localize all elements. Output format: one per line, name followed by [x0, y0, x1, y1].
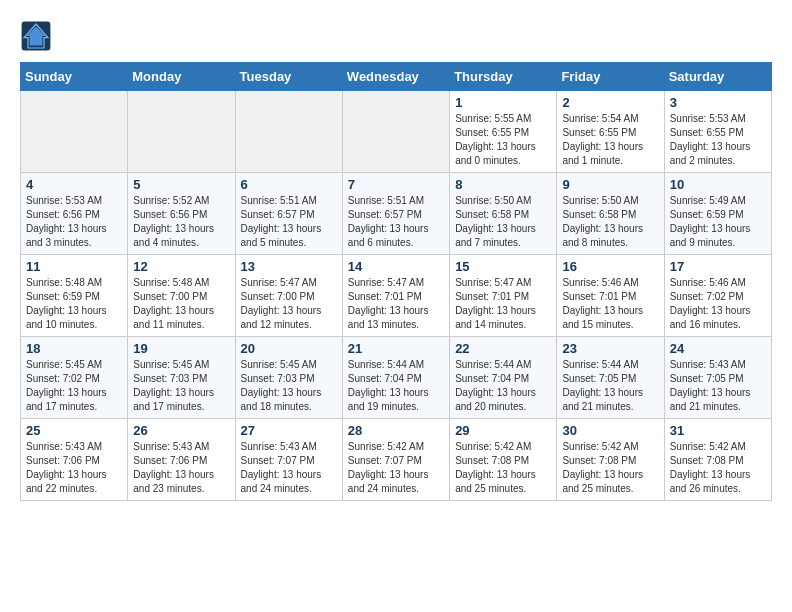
day-number: 21 — [348, 341, 444, 356]
day-info: Sunrise: 5:45 AM Sunset: 7:03 PM Dayligh… — [241, 358, 337, 414]
calendar-cell: 3Sunrise: 5:53 AM Sunset: 6:55 PM Daylig… — [664, 91, 771, 173]
calendar-cell: 22Sunrise: 5:44 AM Sunset: 7:04 PM Dayli… — [450, 337, 557, 419]
calendar-cell: 19Sunrise: 5:45 AM Sunset: 7:03 PM Dayli… — [128, 337, 235, 419]
day-info: Sunrise: 5:44 AM Sunset: 7:04 PM Dayligh… — [348, 358, 444, 414]
day-number: 15 — [455, 259, 551, 274]
day-info: Sunrise: 5:48 AM Sunset: 7:00 PM Dayligh… — [133, 276, 229, 332]
day-number: 6 — [241, 177, 337, 192]
day-number: 4 — [26, 177, 122, 192]
day-info: Sunrise: 5:46 AM Sunset: 7:02 PM Dayligh… — [670, 276, 766, 332]
calendar-cell: 27Sunrise: 5:43 AM Sunset: 7:07 PM Dayli… — [235, 419, 342, 501]
calendar-week-5: 25Sunrise: 5:43 AM Sunset: 7:06 PM Dayli… — [21, 419, 772, 501]
calendar-cell: 25Sunrise: 5:43 AM Sunset: 7:06 PM Dayli… — [21, 419, 128, 501]
calendar-cell: 15Sunrise: 5:47 AM Sunset: 7:01 PM Dayli… — [450, 255, 557, 337]
weekday-row: SundayMondayTuesdayWednesdayThursdayFrid… — [21, 63, 772, 91]
calendar-cell: 2Sunrise: 5:54 AM Sunset: 6:55 PM Daylig… — [557, 91, 664, 173]
day-number: 30 — [562, 423, 658, 438]
logo-icon — [20, 20, 52, 52]
page-header — [20, 20, 772, 52]
day-number: 2 — [562, 95, 658, 110]
calendar-cell: 20Sunrise: 5:45 AM Sunset: 7:03 PM Dayli… — [235, 337, 342, 419]
day-number: 26 — [133, 423, 229, 438]
day-number: 27 — [241, 423, 337, 438]
day-info: Sunrise: 5:55 AM Sunset: 6:55 PM Dayligh… — [455, 112, 551, 168]
day-number: 25 — [26, 423, 122, 438]
day-info: Sunrise: 5:42 AM Sunset: 7:08 PM Dayligh… — [455, 440, 551, 496]
weekday-header-sunday: Sunday — [21, 63, 128, 91]
day-info: Sunrise: 5:44 AM Sunset: 7:05 PM Dayligh… — [562, 358, 658, 414]
day-info: Sunrise: 5:45 AM Sunset: 7:02 PM Dayligh… — [26, 358, 122, 414]
weekday-header-saturday: Saturday — [664, 63, 771, 91]
day-info: Sunrise: 5:49 AM Sunset: 6:59 PM Dayligh… — [670, 194, 766, 250]
day-number: 20 — [241, 341, 337, 356]
day-number: 13 — [241, 259, 337, 274]
calendar-week-1: 1Sunrise: 5:55 AM Sunset: 6:55 PM Daylig… — [21, 91, 772, 173]
day-number: 19 — [133, 341, 229, 356]
day-number: 3 — [670, 95, 766, 110]
day-number: 24 — [670, 341, 766, 356]
day-number: 8 — [455, 177, 551, 192]
calendar-cell: 16Sunrise: 5:46 AM Sunset: 7:01 PM Dayli… — [557, 255, 664, 337]
day-info: Sunrise: 5:51 AM Sunset: 6:57 PM Dayligh… — [348, 194, 444, 250]
day-info: Sunrise: 5:53 AM Sunset: 6:56 PM Dayligh… — [26, 194, 122, 250]
calendar-cell — [21, 91, 128, 173]
calendar-week-2: 4Sunrise: 5:53 AM Sunset: 6:56 PM Daylig… — [21, 173, 772, 255]
calendar-cell: 11Sunrise: 5:48 AM Sunset: 6:59 PM Dayli… — [21, 255, 128, 337]
day-info: Sunrise: 5:42 AM Sunset: 7:08 PM Dayligh… — [670, 440, 766, 496]
day-info: Sunrise: 5:50 AM Sunset: 6:58 PM Dayligh… — [562, 194, 658, 250]
day-number: 18 — [26, 341, 122, 356]
day-number: 14 — [348, 259, 444, 274]
calendar-cell: 23Sunrise: 5:44 AM Sunset: 7:05 PM Dayli… — [557, 337, 664, 419]
calendar-cell: 26Sunrise: 5:43 AM Sunset: 7:06 PM Dayli… — [128, 419, 235, 501]
calendar-cell: 24Sunrise: 5:43 AM Sunset: 7:05 PM Dayli… — [664, 337, 771, 419]
day-info: Sunrise: 5:45 AM Sunset: 7:03 PM Dayligh… — [133, 358, 229, 414]
calendar-cell: 12Sunrise: 5:48 AM Sunset: 7:00 PM Dayli… — [128, 255, 235, 337]
calendar-week-4: 18Sunrise: 5:45 AM Sunset: 7:02 PM Dayli… — [21, 337, 772, 419]
logo — [20, 20, 56, 52]
calendar-week-3: 11Sunrise: 5:48 AM Sunset: 6:59 PM Dayli… — [21, 255, 772, 337]
day-number: 11 — [26, 259, 122, 274]
day-number: 17 — [670, 259, 766, 274]
day-info: Sunrise: 5:42 AM Sunset: 7:07 PM Dayligh… — [348, 440, 444, 496]
calendar-cell: 1Sunrise: 5:55 AM Sunset: 6:55 PM Daylig… — [450, 91, 557, 173]
day-number: 28 — [348, 423, 444, 438]
day-number: 31 — [670, 423, 766, 438]
calendar-cell: 21Sunrise: 5:44 AM Sunset: 7:04 PM Dayli… — [342, 337, 449, 419]
calendar-cell: 28Sunrise: 5:42 AM Sunset: 7:07 PM Dayli… — [342, 419, 449, 501]
day-info: Sunrise: 5:43 AM Sunset: 7:07 PM Dayligh… — [241, 440, 337, 496]
calendar-cell: 5Sunrise: 5:52 AM Sunset: 6:56 PM Daylig… — [128, 173, 235, 255]
calendar-cell: 7Sunrise: 5:51 AM Sunset: 6:57 PM Daylig… — [342, 173, 449, 255]
day-number: 29 — [455, 423, 551, 438]
calendar-cell: 18Sunrise: 5:45 AM Sunset: 7:02 PM Dayli… — [21, 337, 128, 419]
weekday-header-monday: Monday — [128, 63, 235, 91]
weekday-header-friday: Friday — [557, 63, 664, 91]
weekday-header-tuesday: Tuesday — [235, 63, 342, 91]
calendar-cell: 13Sunrise: 5:47 AM Sunset: 7:00 PM Dayli… — [235, 255, 342, 337]
day-info: Sunrise: 5:46 AM Sunset: 7:01 PM Dayligh… — [562, 276, 658, 332]
weekday-header-wednesday: Wednesday — [342, 63, 449, 91]
calendar-cell: 6Sunrise: 5:51 AM Sunset: 6:57 PM Daylig… — [235, 173, 342, 255]
day-number: 7 — [348, 177, 444, 192]
calendar-cell — [128, 91, 235, 173]
day-info: Sunrise: 5:43 AM Sunset: 7:06 PM Dayligh… — [26, 440, 122, 496]
calendar-cell: 30Sunrise: 5:42 AM Sunset: 7:08 PM Dayli… — [557, 419, 664, 501]
day-info: Sunrise: 5:53 AM Sunset: 6:55 PM Dayligh… — [670, 112, 766, 168]
calendar-body: 1Sunrise: 5:55 AM Sunset: 6:55 PM Daylig… — [21, 91, 772, 501]
day-info: Sunrise: 5:47 AM Sunset: 7:00 PM Dayligh… — [241, 276, 337, 332]
day-info: Sunrise: 5:48 AM Sunset: 6:59 PM Dayligh… — [26, 276, 122, 332]
day-number: 16 — [562, 259, 658, 274]
day-info: Sunrise: 5:44 AM Sunset: 7:04 PM Dayligh… — [455, 358, 551, 414]
weekday-header-thursday: Thursday — [450, 63, 557, 91]
calendar-cell — [342, 91, 449, 173]
calendar-cell: 29Sunrise: 5:42 AM Sunset: 7:08 PM Dayli… — [450, 419, 557, 501]
day-number: 5 — [133, 177, 229, 192]
calendar-cell: 8Sunrise: 5:50 AM Sunset: 6:58 PM Daylig… — [450, 173, 557, 255]
day-number: 23 — [562, 341, 658, 356]
day-number: 12 — [133, 259, 229, 274]
calendar-table: SundayMondayTuesdayWednesdayThursdayFrid… — [20, 62, 772, 501]
day-info: Sunrise: 5:51 AM Sunset: 6:57 PM Dayligh… — [241, 194, 337, 250]
day-info: Sunrise: 5:43 AM Sunset: 7:06 PM Dayligh… — [133, 440, 229, 496]
day-info: Sunrise: 5:43 AM Sunset: 7:05 PM Dayligh… — [670, 358, 766, 414]
day-info: Sunrise: 5:54 AM Sunset: 6:55 PM Dayligh… — [562, 112, 658, 168]
calendar-cell: 4Sunrise: 5:53 AM Sunset: 6:56 PM Daylig… — [21, 173, 128, 255]
